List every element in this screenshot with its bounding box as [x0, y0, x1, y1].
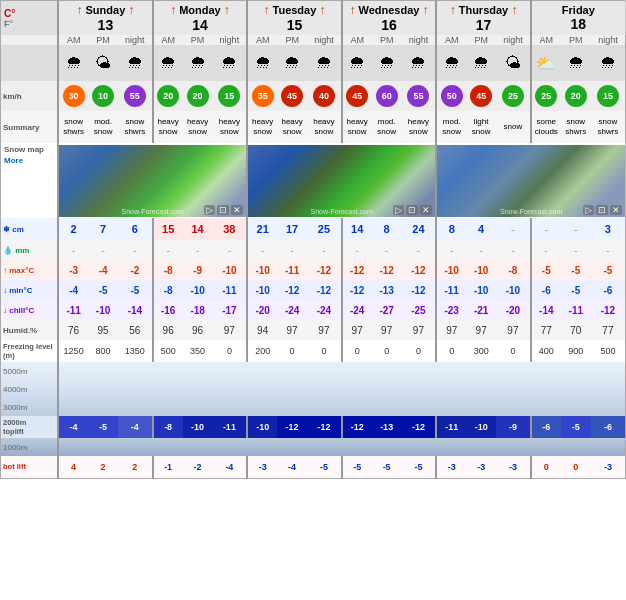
tue-pm-summary: heavy snow — [277, 111, 307, 143]
bot-lift-row: bot lift 4 2 2 -1 -2 -4 -3 -4 -5 -5 -5 -… — [1, 456, 626, 478]
elev-4000-row: 4000m — [1, 380, 626, 398]
more-link[interactable]: More — [4, 156, 54, 165]
elev-5000-label: 5000m — [1, 362, 59, 380]
wind-row: km/h 30 10 55 20 20 15 35 — [1, 81, 626, 111]
sun-night-wind-circle: 55 — [124, 85, 146, 107]
mon-am-snow: 15 — [153, 218, 183, 240]
fri-night-icon: 🌨 — [591, 45, 626, 81]
fri-am-icon: ⛅ — [531, 45, 561, 81]
max-temp-label: ↑ max°C — [1, 260, 59, 280]
main-weather-table: C° F° ↑ Sunday ↑ 13 ↑ Monday ↑ 14 — [0, 0, 626, 479]
thu-pm-summary: light snow — [466, 111, 496, 143]
max-temp-row: ↑ max°C -3 -4 -2 -8 -9 -10 -10 -11 -12 -… — [1, 260, 626, 280]
thu-am-icon: 🌨 — [436, 45, 466, 81]
speed-unit: F° — [4, 19, 54, 29]
freeze-label: Freezing level (m) — [1, 340, 59, 362]
wed-am-icon: 🌨 — [342, 45, 372, 81]
sun-night-icon: 🌨 — [118, 45, 153, 81]
humid-label: Humid.% — [1, 320, 59, 340]
watermark-2: Snow-Forecast.com — [311, 208, 373, 215]
thursday-header: ↑ Thursday ↑ 17 — [436, 1, 531, 36]
wed-pm-snow: 8 — [372, 218, 402, 240]
sunday-name: Sunday — [86, 4, 126, 16]
mon-am-summary: heavy snow — [153, 111, 183, 143]
rain-mm-row: 💧 mm - - - - - - - - - - - - - - - - - - — [1, 240, 626, 260]
chill-temp-row: ↓ chill°C -11 -10 -14 -16 -18 -17 -20 -2… — [1, 300, 626, 320]
fri-pm-icon: 🌨 — [561, 45, 591, 81]
wednesday-name: Wednesday — [358, 4, 419, 16]
lift-2000-label: 2000mtoplift — [1, 416, 59, 438]
sun-night-summary: snow shwrs — [118, 111, 153, 143]
fri-night-snow: 3 — [591, 218, 626, 240]
mon-am-icon: 🌨 — [153, 45, 183, 81]
wind-icon-sun2: ↑ — [128, 3, 134, 17]
mon-pm-summary: heavy snow — [183, 111, 213, 143]
monday-header: ↑ Monday ↑ 14 — [153, 1, 248, 36]
fri-am-snow: - — [531, 218, 561, 240]
mon-am-wind: 20 — [153, 81, 183, 111]
summary-row: Summary snow shwrs mod. snow snow shwrs … — [1, 111, 626, 143]
watermark-1: Snow-Forecast.com — [122, 208, 184, 215]
thu-night-snow: - — [496, 218, 531, 240]
thursday-name: Thursday — [459, 4, 509, 16]
wed-am-summary: heavy snow — [342, 111, 372, 143]
monday-num: 14 — [154, 17, 247, 33]
tuesday-name: Tuesday — [273, 4, 317, 16]
tuesday-header: ↑ Tuesday ↑ 15 — [247, 1, 342, 36]
lift-2000-row: 2000mtoplift -4 -5 -4 -8 -10 -11 -10 -12… — [1, 416, 626, 438]
elev-3000-row: 3000m — [1, 398, 626, 416]
weather-icons-row: 🌨 🌤 🌨 🌨 🌨 🌨 🌨 🌨 🌨 🌨 🌨 🌨 🌨 🌨 🌤 ⛅ 🌨 🌨 — [1, 45, 626, 81]
sun-am-snow: 2 — [58, 218, 88, 240]
elev-1000-label: 1000m — [1, 438, 59, 456]
wed-night-icon: 🌨 — [402, 45, 437, 81]
kmh-label: km/h — [1, 81, 59, 111]
snow-map-label: Snow map — [4, 145, 54, 154]
thu-pm-snow: 4 — [466, 218, 496, 240]
elev-5000-row: 5000m — [1, 362, 626, 380]
snow-map-3: Snow-Forecast.com ▷ ⊡ ✕ — [436, 143, 625, 218]
thu-am-summary: mod. snow — [436, 111, 466, 143]
sun-pm-summary: mod. snow — [88, 111, 118, 143]
tue-night-summary: heavy snow — [307, 111, 342, 143]
snow-map-1: Snow-Forecast.com ▷ ⊡ ✕ — [58, 143, 247, 218]
summary-label: Summary — [1, 111, 59, 143]
snow-cm-row: ❄ cm 2 7 6 15 14 38 21 17 25 14 8 24 8 4… — [1, 218, 626, 240]
watermark-3: Snow-Forecast.com — [500, 208, 562, 215]
elev-3000-label: 3000m — [1, 398, 59, 416]
chill-temp-label: ↓ chill°C — [1, 300, 59, 320]
tue-night-snow: 25 — [307, 218, 342, 240]
wed-pm-summary: mod. snow — [372, 111, 402, 143]
sun-am-summary: snow shwrs — [58, 111, 88, 143]
snow-map-2: Snow-Forecast.com ▷ ⊡ ✕ — [247, 143, 436, 218]
sunday-header: ↑ Sunday ↑ 13 — [58, 1, 153, 36]
sun-am-rain: - — [58, 240, 88, 260]
ampm-subheader: AM PM night AM PM night AM PM night AM P… — [1, 35, 626, 45]
thu-pm-icon: 🌨 — [466, 45, 496, 81]
sun-am-wind-circle: 30 — [63, 85, 85, 107]
elev-1000-row: 1000m — [1, 438, 626, 456]
fri-night-summary: snow shwrs — [591, 111, 626, 143]
tue-am-summary: heavy snow — [247, 111, 277, 143]
sun-pm-wind: 10 — [88, 81, 118, 111]
tue-night-icon: 🌨 — [307, 45, 342, 81]
friday-num: 18 — [532, 16, 625, 32]
thu-night-icon: 🌤 — [496, 45, 531, 81]
bot-lift-label: bot lift — [1, 456, 59, 478]
friday-name: Friday — [562, 4, 595, 16]
mon-pm-icon: 🌨 — [183, 45, 213, 81]
humidity-row: Humid.% 76 95 56 96 96 97 94 97 97 97 97… — [1, 320, 626, 340]
sun-am-icon: 🌨 — [58, 45, 88, 81]
temp-unit: C° — [4, 8, 54, 19]
freezing-level-row: Freezing level (m) 1250 800 1350 500 350… — [1, 340, 626, 362]
monday-name: Monday — [179, 4, 221, 16]
fri-am-summary: some clouds — [531, 111, 561, 143]
wednesday-num: 16 — [343, 17, 436, 33]
fri-pm-snow: - — [561, 218, 591, 240]
thursday-num: 17 — [437, 17, 530, 33]
wind-icon-sun: ↑ — [77, 3, 83, 17]
mon-night-snow: 38 — [213, 218, 248, 240]
tue-pm-snow: 17 — [277, 218, 307, 240]
wed-night-snow: 24 — [402, 218, 437, 240]
wed-night-summary: heavy snow — [402, 111, 437, 143]
snow-cm-label: ❄ cm — [1, 218, 59, 240]
